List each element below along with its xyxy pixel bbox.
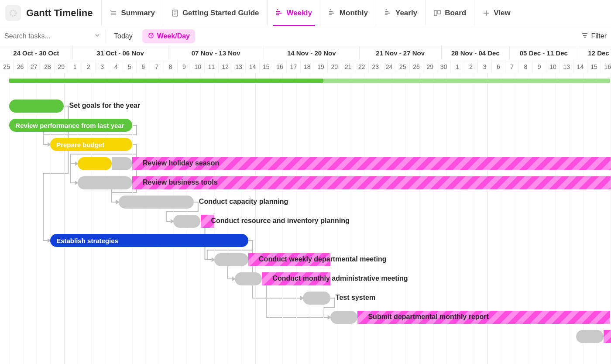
task-extension[interactable] (604, 330, 611, 343)
day-cell: 16 (601, 60, 611, 73)
filter-icon (581, 32, 588, 41)
task-bar[interactable] (112, 157, 132, 170)
task-bar[interactable] (119, 196, 194, 209)
task-bar[interactable] (78, 157, 112, 170)
week-cell: 12 Dec - 18 Dec (578, 46, 611, 60)
board-icon (433, 9, 441, 17)
day-cell: 9 (533, 60, 546, 73)
search-box[interactable] (4, 32, 100, 40)
tab-board[interactable]: Board (425, 0, 474, 26)
day-cell: 16 (273, 60, 287, 73)
task-bar[interactable] (78, 176, 132, 189)
week-header: 24 Oct - 30 Oct31 Oct - 06 Nov07 Nov - 1… (0, 46, 611, 60)
day-cell: 19 (314, 60, 328, 73)
chevron-down-icon[interactable] (94, 32, 100, 40)
summary-bar[interactable] (323, 79, 610, 83)
day-cell: 22 (355, 60, 369, 73)
tab-label: View (494, 9, 510, 17)
tab-monthly[interactable]: Monthly (320, 0, 376, 26)
list-icon (110, 9, 117, 17)
filter-button[interactable]: Filter (581, 32, 607, 41)
day-cell: 6 (137, 60, 150, 73)
gantt-body[interactable]: Set goals for the yearReview performance… (0, 73, 611, 364)
task-label: Conduct monthly administrative meeting (272, 275, 408, 282)
header: Gantt Timeline Summary Getting Started G… (0, 0, 611, 26)
plus-icon (482, 9, 490, 17)
app-icon[interactable] (5, 5, 21, 21)
tab-weekly[interactable]: Weekly (267, 0, 320, 26)
week-cell: 14 Nov - 20 Nov (264, 46, 360, 60)
day-cell: 21 (341, 60, 355, 73)
day-cell: 25 (396, 60, 410, 73)
svg-rect-3 (438, 10, 440, 14)
summary-bar[interactable] (9, 79, 323, 83)
week-cell: 07 Nov - 13 Nov (168, 46, 264, 60)
task-bar[interactable] (576, 330, 604, 343)
task-bar[interactable] (173, 215, 201, 228)
day-cell: 18 (301, 60, 314, 73)
task-bar[interactable] (303, 292, 330, 305)
day-cell: 3 (96, 60, 109, 73)
zoom-selector[interactable]: Week/Day (142, 29, 195, 43)
day-cell: 7 (150, 60, 164, 73)
day-cell: 23 (369, 60, 382, 73)
day-cell: 2 (82, 60, 96, 73)
svg-rect-2 (434, 10, 437, 16)
day-cell: 26 (14, 60, 27, 73)
day-cell: 20 (328, 60, 341, 73)
task-label: Submit departmental monthly report (368, 313, 488, 321)
today-button[interactable]: Today (106, 30, 137, 43)
day-cell: 10 (546, 60, 560, 73)
day-cell: 29 (55, 60, 68, 73)
day-cell: 28 (41, 60, 55, 73)
gantt-icon (328, 9, 336, 17)
day-cell: 15 (260, 60, 273, 73)
day-cell: 30 (437, 60, 451, 73)
day-cell: 9 (178, 60, 191, 73)
page-title: Gantt Timeline (26, 7, 93, 19)
day-cell: 14 (246, 60, 259, 73)
tab-summary[interactable]: Summary (101, 0, 162, 26)
tab-getting-started[interactable]: Getting Started Guide (163, 0, 267, 26)
day-cell: 27 (27, 60, 41, 73)
task-bar[interactable]: Prepare budget (50, 138, 132, 151)
day-cell: 14 (573, 60, 587, 73)
search-input[interactable] (4, 32, 92, 40)
day-cell: 24 (382, 60, 396, 73)
task-bar[interactable]: Review performance from last year (9, 119, 132, 132)
day-cell: 7 (505, 60, 519, 73)
day-cell: 4 (109, 60, 123, 73)
timeline: 24 Oct - 30 Oct31 Oct - 06 Nov07 Nov - 1… (0, 46, 611, 364)
gantt-icon (275, 9, 283, 17)
task-label: Conduct resource and inventory planning (211, 217, 350, 225)
gantt-icon (384, 9, 392, 17)
filter-label: Filter (591, 32, 607, 40)
task-label: Review holiday season (143, 159, 219, 167)
week-cell: 28 Nov - 04 Dec (442, 46, 510, 60)
tabs-row: Summary Getting Started Guide Weekly Mon… (101, 0, 518, 26)
day-cell: 13 (232, 60, 246, 73)
task-bar[interactable] (214, 253, 248, 266)
day-cell: 25 (0, 60, 14, 73)
week-cell: 05 Dec - 11 Dec (510, 46, 578, 60)
task-bar[interactable]: Establish strategies (50, 234, 248, 247)
task-bar[interactable] (9, 100, 64, 113)
zoom-label: Week/Day (157, 32, 190, 40)
day-cell: 11 (205, 60, 218, 73)
day-cell: 1 (451, 60, 464, 73)
task-label: Conduct weekly departmental meeting (259, 255, 387, 263)
day-cell: 1 (68, 60, 82, 73)
week-cell: 24 Oct - 30 Oct (0, 46, 73, 60)
task-label: Test system (336, 294, 375, 302)
day-cell: 12 (219, 60, 232, 73)
day-cell: 15 (587, 60, 601, 73)
week-cell: 31 Oct - 06 Nov (73, 46, 168, 60)
day-cell: 13 (560, 60, 573, 73)
doc-icon (171, 9, 179, 17)
task-bar[interactable] (235, 272, 262, 285)
task-bar[interactable] (330, 311, 358, 324)
task-label: Review business tools (143, 179, 218, 186)
tab-yearly[interactable]: Yearly (376, 0, 425, 26)
tab-label: Yearly (395, 9, 417, 17)
tab-add-view[interactable]: View (474, 0, 518, 26)
